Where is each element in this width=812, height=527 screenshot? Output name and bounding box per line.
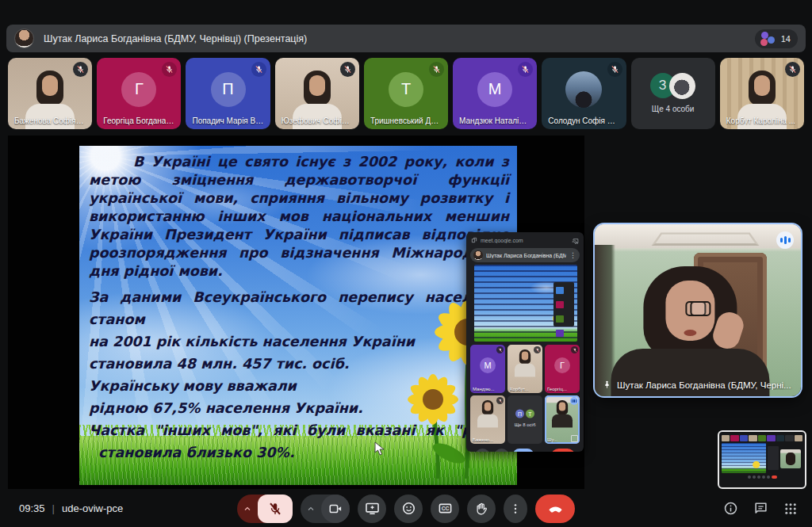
mic-muted-icon bbox=[785, 62, 800, 77]
svg-text:CC: CC bbox=[441, 506, 449, 511]
presenter-banner: Шутак Лариса Богданівна (БДМУ, Чернівці)… bbox=[6, 25, 806, 52]
participants-avatars-icon bbox=[760, 32, 777, 46]
mic-muted-icon bbox=[73, 62, 88, 77]
apps-grid-icon bbox=[783, 502, 798, 516]
participant-initial-avatar: П bbox=[211, 72, 246, 107]
slide-text-line: За даними Всеукраїнського перепису насел… bbox=[89, 287, 509, 307]
pinned-speaker-tile[interactable]: Шутак Лариса Богданівна (БДМУ, Черні... bbox=[595, 224, 801, 396]
meeting-details-button[interactable] bbox=[723, 501, 738, 516]
chevron-up-icon bbox=[243, 504, 252, 514]
slide-text: В Україні це свято існує з 2002 року, ко… bbox=[89, 153, 509, 463]
meeting-info: 09:35 | ude-oviw-pce bbox=[19, 502, 123, 514]
camera-options-button[interactable] bbox=[301, 504, 321, 514]
mic-muted-icon bbox=[251, 62, 266, 77]
present-icon bbox=[365, 501, 380, 516]
slide-text-line: становила близько 30%. bbox=[89, 442, 509, 463]
slide-text-line: української мови, сприяння вільному розв… bbox=[89, 189, 509, 208]
mic-muted-icon bbox=[429, 62, 444, 77]
overflow-avatars: З bbox=[650, 73, 696, 100]
mirror-tile-grid: ММандзю...Корбут...ГГеоргіц...Бажено...П… bbox=[470, 345, 580, 444]
mic-muted-icon bbox=[162, 62, 177, 77]
participant-photo-avatar bbox=[565, 71, 602, 108]
participant-tile[interactable]: ГГеоргіца Богдана В... bbox=[97, 58, 181, 129]
mirror-presenter-name: Шутак Лариса Богданівна (БДМ... bbox=[486, 253, 566, 258]
present-button[interactable] bbox=[358, 495, 386, 523]
cast-icon bbox=[572, 237, 579, 244]
filmstrip: Баженова Софія М... ГГеоргіца Богдана В.… bbox=[8, 58, 804, 129]
participant-tile[interactable]: ММандзюк Наталія В... bbox=[453, 58, 537, 129]
mirror-presenter-avatar bbox=[473, 250, 483, 260]
preview-speaker bbox=[780, 449, 801, 468]
mirror-participant-tile: ГГеоргіц... bbox=[545, 345, 580, 393]
slide-text-line: метою зміцнення державотворчої функції bbox=[89, 171, 509, 189]
mic-muted-icon bbox=[496, 346, 504, 353]
clock: 09:35 bbox=[19, 502, 45, 514]
mirror-url: meet.google.com bbox=[481, 238, 569, 243]
mirror-in-mirror bbox=[553, 282, 574, 327]
camera-button-group bbox=[301, 495, 350, 523]
mic-muted-icon bbox=[496, 397, 504, 404]
slide-text-line: Частка "інших мов", які були вказані як … bbox=[89, 420, 509, 441]
participant-tile[interactable]: Баженова Софія М... bbox=[8, 58, 92, 129]
reactions-button[interactable] bbox=[394, 495, 423, 523]
divider: | bbox=[52, 502, 55, 514]
participant-name: Георгіца Богдана В... bbox=[103, 116, 174, 125]
participant-name: Ще 4 особи bbox=[631, 105, 715, 113]
meeting-code: ude-oviw-pce bbox=[62, 502, 123, 514]
preview-filmstrip bbox=[722, 435, 802, 441]
mirror-slide-thumbnail bbox=[474, 265, 577, 342]
pin-icon bbox=[603, 380, 611, 390]
participants-count: 14 bbox=[781, 34, 791, 44]
participant-name: Юзефович Софія Є... bbox=[282, 116, 353, 125]
mic-options-button[interactable] bbox=[237, 504, 258, 514]
participant-tile[interactable]: ЗЩе 4 особи bbox=[631, 58, 715, 129]
presentation-slide: В Україні це свято існує з 2002 року, ко… bbox=[79, 146, 517, 485]
activities-button[interactable] bbox=[783, 502, 798, 516]
participant-tile[interactable]: Корбут Кароліна ... bbox=[720, 58, 804, 129]
speaker-name: Шутак Лариса Богданівна (БДМУ, Черні... bbox=[617, 380, 791, 390]
mic-icon bbox=[475, 449, 490, 452]
meet-toolbar: 09:35 | ude-oviw-pce bbox=[0, 490, 812, 527]
more-vertical-icon: ⋮ bbox=[538, 449, 547, 452]
leave-call-button[interactable] bbox=[535, 495, 575, 523]
camera-toggle-button[interactable] bbox=[321, 495, 350, 523]
mirror-controls: ⋮ bbox=[466, 449, 584, 452]
mouse-cursor bbox=[374, 441, 385, 456]
info-icon bbox=[723, 501, 738, 516]
mic-button-group bbox=[237, 495, 293, 523]
preview-body bbox=[722, 443, 802, 473]
participant-tile[interactable]: ТТришневський Дми... bbox=[364, 58, 448, 129]
hangup-icon bbox=[547, 503, 564, 514]
participants-count-button[interactable]: 14 bbox=[755, 29, 798, 48]
slide-text-line: рідною 67,5% населення України. bbox=[89, 398, 509, 418]
participant-tile[interactable]: Солодун Софія Во... bbox=[542, 58, 626, 129]
slide-text-line: України Президент України підписав відпо… bbox=[89, 226, 509, 244]
more-options-button[interactable] bbox=[504, 495, 527, 523]
participant-name: Шу... bbox=[547, 437, 577, 442]
participant-tile[interactable]: Юзефович Софія Є... bbox=[275, 58, 359, 129]
participant-name: Попадич Марія Вік... bbox=[192, 116, 263, 125]
chat-button[interactable] bbox=[753, 501, 768, 516]
participant-name: Тришневський Дми... bbox=[370, 116, 442, 125]
participant-tile[interactable]: ППопадич Марія Вік... bbox=[186, 58, 270, 129]
mic-muted-icon bbox=[534, 346, 541, 353]
participant-name: Георгіц... bbox=[547, 387, 577, 391]
mic-toggle-button[interactable] bbox=[258, 495, 293, 523]
mirror-titlebar: meet.google.com bbox=[466, 232, 584, 246]
mic-muted-icon bbox=[340, 62, 355, 77]
audio-activity-icon bbox=[776, 231, 794, 249]
mic-off-icon bbox=[268, 502, 282, 516]
preview-slide bbox=[722, 443, 766, 473]
mirror-participant-tile: Шу... bbox=[545, 395, 580, 444]
camera-icon bbox=[494, 449, 509, 452]
participant-name: Корбут Кароліна ... bbox=[726, 116, 798, 125]
participant-name: Мандзю... bbox=[473, 387, 503, 391]
mic-muted-icon bbox=[607, 62, 622, 77]
speaker-person bbox=[595, 266, 785, 396]
mirror-participant-tile: Бажено... bbox=[470, 395, 505, 444]
audio-activity-icon bbox=[570, 397, 578, 405]
screen-preview-window[interactable] bbox=[718, 430, 806, 489]
captions-button[interactable]: CC bbox=[431, 495, 459, 523]
raise-hand-button[interactable] bbox=[467, 495, 496, 523]
mirror-participant-tile: Корбут... bbox=[508, 345, 542, 393]
